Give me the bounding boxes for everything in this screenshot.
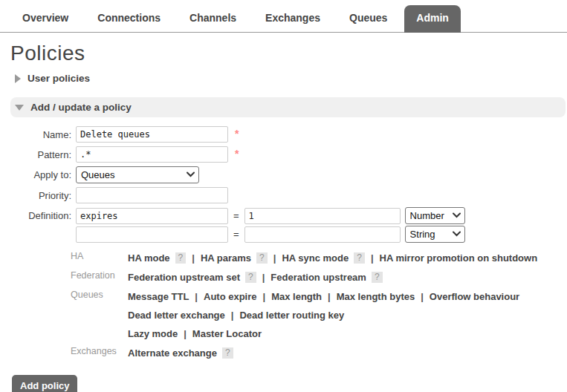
policy-shortcut-link[interactable]: Message TTL	[128, 291, 189, 302]
add-policy-button[interactable]: Add policy	[12, 375, 77, 392]
equals-sign: =	[233, 229, 239, 240]
shortcut-line: Alternate exchange?	[128, 344, 233, 362]
policy-shortcut-link[interactable]: Overflow behaviour	[430, 291, 519, 302]
policy-shortcut-link[interactable]: HA params	[201, 252, 251, 264]
policy-shortcut-link[interactable]: Dead letter routing key	[239, 310, 344, 321]
shortcut-line: Dead letter exchange|Dead letter routing…	[128, 306, 519, 324]
add-policy-form: Name: * Pattern: * Apply to: Queues Prio…	[10, 126, 567, 392]
policy-shortcut-link[interactable]: HA sync mode	[282, 252, 349, 264]
policy-shortcut-link[interactable]: Federation upstream	[270, 272, 366, 283]
page-content: Policies User policies Add / update a po…	[0, 42, 567, 392]
shortcut-group: ExchangesAlternate exchange?	[71, 344, 567, 362]
separator: |	[273, 252, 276, 264]
page-title: Policies	[10, 42, 567, 65]
apply-to-select[interactable]: Queues	[76, 166, 199, 183]
definition-type-select-1[interactable]: Number	[405, 207, 465, 224]
definition-type-select-2[interactable]: String	[405, 226, 465, 243]
shortcut-line: Message TTL|Auto expire|Max length|Max l…	[128, 287, 519, 306]
shortcut-group: QueuesMessage TTL|Auto expire|Max length…	[71, 287, 567, 343]
pattern-input[interactable]	[76, 146, 228, 163]
help-icon[interactable]: ?	[245, 272, 256, 283]
separator: |	[195, 291, 198, 302]
shortcut-category-label: Federation	[71, 268, 128, 287]
policy-shortcut-link[interactable]: HA mode	[128, 252, 170, 264]
definition-label: Definition:	[10, 207, 76, 221]
separator: |	[263, 291, 266, 302]
expanded-arrow-icon	[15, 105, 24, 111]
section-user-policies[interactable]: User policies	[15, 73, 567, 84]
policy-shortcut-link[interactable]: Alternate exchange	[128, 347, 217, 359]
separator: |	[192, 252, 195, 264]
required-marker: *	[235, 146, 239, 160]
shortcut-category-label: HA	[71, 249, 128, 267]
definition-value-input-1[interactable]	[244, 208, 401, 224]
separator: |	[231, 310, 234, 321]
definition-row: = Number	[76, 207, 465, 224]
section-user-policies-label: User policies	[27, 73, 90, 84]
separator: |	[328, 291, 331, 302]
help-icon[interactable]: ?	[175, 252, 187, 264]
shortcut-line: Lazy mode|Master Locator	[128, 324, 519, 343]
help-icon[interactable]: ?	[372, 272, 383, 283]
shortcut-group: FederationFederation upstream set?|Feder…	[71, 268, 567, 287]
shortcut-category-label: Exchanges	[71, 344, 128, 362]
shortcut-line: HA mode?|HA params?|HA sync mode?|HA mir…	[128, 249, 537, 267]
priority-label: Priority:	[10, 190, 76, 201]
policy-shortcut-link[interactable]: Max length	[271, 291, 322, 302]
separator: |	[371, 252, 374, 264]
policy-shortcut-link[interactable]: Auto expire	[204, 291, 257, 302]
policy-shortcut-link[interactable]: Federation upstream set	[128, 272, 240, 283]
help-icon[interactable]: ?	[256, 252, 268, 264]
policy-shortcut-link[interactable]: HA mirror promotion on shutdown	[380, 252, 538, 264]
name-label: Name:	[10, 126, 76, 140]
required-marker: *	[235, 126, 239, 140]
help-icon[interactable]: ?	[354, 252, 365, 264]
shortcut-groups: HAHA mode?|HA params?|HA sync mode?|HA m…	[71, 249, 567, 362]
section-add-update-policy[interactable]: Add / update a policy	[10, 97, 566, 117]
tab-channels[interactable]: Channels	[178, 5, 248, 32]
name-input[interactable]	[76, 126, 228, 143]
apply-to-label: Apply to:	[10, 169, 76, 180]
separator: |	[184, 328, 187, 339]
tab-queues[interactable]: Queues	[337, 5, 399, 32]
main-tabbar: Overview Connections Channels Exchanges …	[0, 0, 567, 33]
pattern-label: Pattern:	[10, 146, 76, 160]
definition-value-input-2[interactable]	[244, 226, 401, 243]
priority-input[interactable]	[76, 187, 228, 203]
tab-exchanges[interactable]: Exchanges	[253, 5, 332, 32]
tab-admin[interactable]: Admin	[404, 5, 461, 33]
separator: |	[262, 272, 265, 283]
collapsed-arrow-icon	[15, 74, 21, 83]
policy-shortcut-link[interactable]: Lazy mode	[128, 328, 178, 339]
shortcut-category-label: Queues	[71, 287, 128, 343]
policy-shortcut-link[interactable]: Master Locator	[192, 328, 262, 339]
help-icon[interactable]: ?	[222, 347, 233, 359]
definition-key-input-2[interactable]	[76, 226, 228, 243]
definition-key-input-1[interactable]	[76, 208, 228, 224]
separator: |	[421, 291, 424, 302]
equals-sign: =	[233, 210, 239, 221]
policy-shortcut-link[interactable]: Dead letter exchange	[128, 310, 225, 321]
definition-row: = String	[76, 226, 465, 243]
tab-overview[interactable]: Overview	[10, 5, 80, 32]
tab-connections[interactable]: Connections	[85, 5, 172, 32]
shortcut-group: HAHA mode?|HA params?|HA sync mode?|HA m…	[71, 249, 567, 267]
shortcut-line: Federation upstream set?|Federation upst…	[128, 268, 383, 287]
section-add-update-policy-label: Add / update a policy	[30, 102, 132, 113]
policy-shortcut-link[interactable]: Max length bytes	[337, 291, 415, 302]
